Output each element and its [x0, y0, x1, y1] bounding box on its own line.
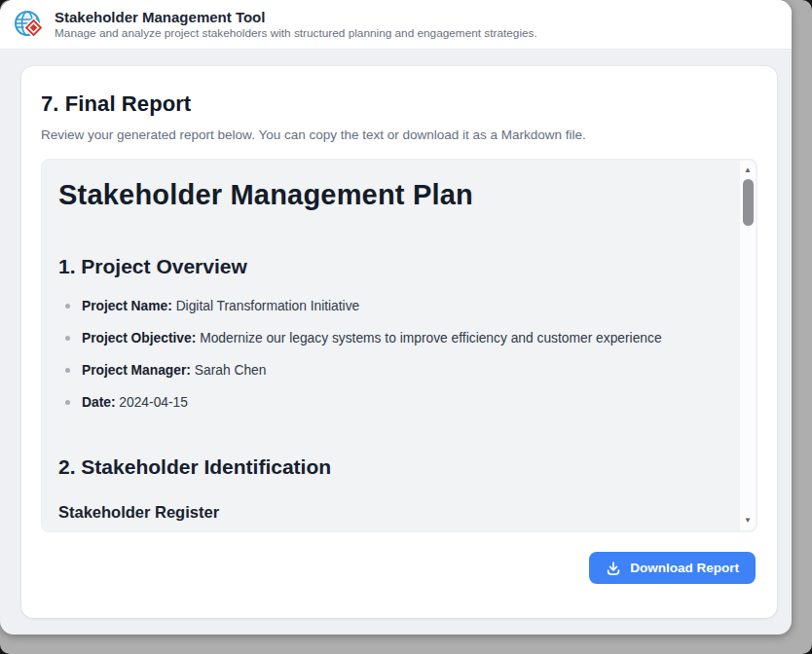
- report-section-overview-heading: 1. Project Overview: [58, 255, 724, 278]
- app-header: Stakeholder Management Tool Manage and a…: [0, 0, 792, 50]
- step-description: Review your generated report below. You …: [41, 127, 757, 142]
- list-item-value: Sarah Chen: [195, 363, 267, 378]
- list-item-value: Modernize our legacy systems to improve …: [200, 331, 661, 345]
- project-overview-list: Project Name: Digital Transformation Ini…: [58, 297, 724, 413]
- list-item: Date: 2024-04-15: [58, 393, 724, 413]
- app-window: Stakeholder Management Tool Manage and a…: [0, 0, 792, 635]
- report-preview-pane[interactable]: Stakeholder Management Plan 1. Project O…: [41, 159, 757, 532]
- report-title: Stakeholder Management Plan: [58, 179, 724, 211]
- scroll-up-icon[interactable]: ▲: [740, 164, 756, 177]
- list-item-label: Date:: [82, 395, 116, 410]
- actions-row: Download Report: [41, 552, 757, 584]
- final-report-card: 7. Final Report Review your generated re…: [21, 66, 777, 618]
- download-button-label: Download Report: [630, 561, 739, 575]
- download-report-button[interactable]: Download Report: [589, 552, 756, 584]
- report-content: Stakeholder Management Plan 1. Project O…: [42, 160, 740, 531]
- bullet-icon: [65, 304, 70, 309]
- scroll-down-icon[interactable]: ▼: [740, 514, 756, 527]
- list-item: Project Manager: Sarah Chen: [58, 361, 724, 381]
- list-item: Project Name: Digital Transformation Ini…: [58, 297, 724, 316]
- app-title: Stakeholder Management Tool: [55, 9, 537, 26]
- desktop-background: Stakeholder Management Tool Manage and a…: [0, 0, 812, 654]
- list-item-label: Project Objective:: [82, 331, 196, 345]
- list-item-label: Project Manager:: [82, 363, 191, 378]
- report-section-identification-heading: 2. Stakeholder Identification: [58, 455, 724, 479]
- list-item-value: 2024-04-15: [119, 395, 188, 410]
- list-item-label: Project Name:: [82, 299, 172, 313]
- list-item: Project Objective: Modernize our legacy …: [58, 329, 724, 348]
- list-item-value: Digital Transformation Initiative: [176, 299, 360, 313]
- app-logo-globe-diamond-icon: [13, 8, 46, 41]
- stakeholder-register-subheading: Stakeholder Register: [58, 503, 724, 522]
- preview-scrollbar[interactable]: ▲ ▼: [740, 161, 756, 530]
- bullet-icon: [65, 368, 70, 373]
- step-title: 7. Final Report: [41, 91, 757, 117]
- app-subtitle: Manage and analyze project stakeholders …: [55, 26, 537, 41]
- bullet-icon: [65, 336, 70, 341]
- download-icon: [606, 561, 621, 576]
- scrollbar-thumb[interactable]: [743, 179, 754, 226]
- bullet-icon: [65, 400, 70, 405]
